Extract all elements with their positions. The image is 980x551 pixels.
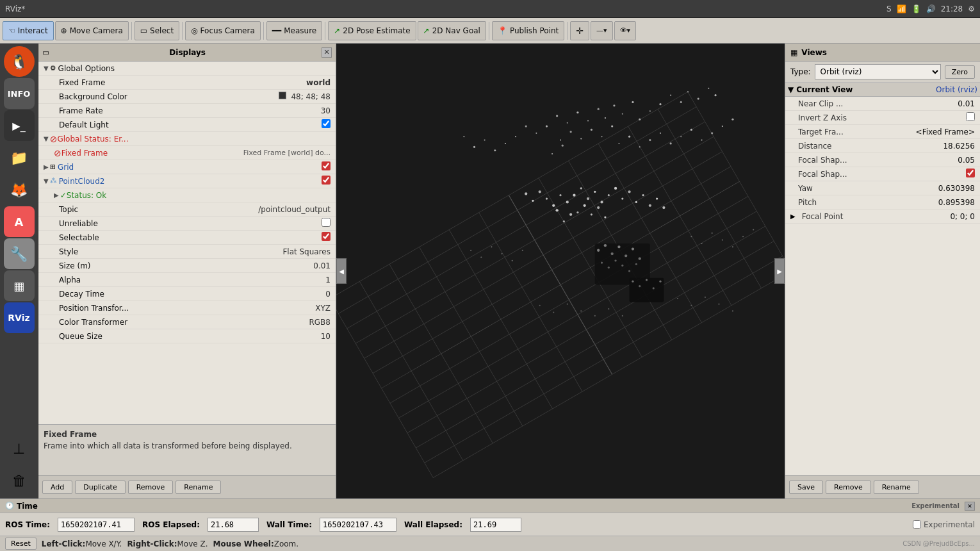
yaw-row[interactable]: Yaw 0.630398 (785, 181, 980, 195)
invert-z-check[interactable] (966, 112, 975, 121)
selectable-row[interactable]: Selectable (38, 231, 336, 245)
svg-point-112 (614, 259, 616, 261)
wall-elapsed-input[interactable] (470, 518, 521, 532)
minus-button[interactable]: —▾ (591, 21, 613, 40)
settings-sidebar-icon[interactable]: 🔧 (4, 238, 35, 269)
left-collapse-button[interactable]: ◀ (336, 258, 347, 284)
time-panel: 🕐 Time Experimental ✕ ROS Time: 16502021… (0, 498, 980, 536)
3d-view[interactable]: ◀ ▶ (336, 44, 785, 498)
duplicate-button[interactable]: Duplicate (75, 481, 125, 494)
global-status-row[interactable]: ▼ ⊘ Global Status: Er... (38, 132, 336, 146)
invert-z-row[interactable]: Invert Z Axis (785, 111, 980, 125)
terminal-sidebar-icon[interactable]: ▶_ (4, 110, 35, 141)
grid-check[interactable] (322, 161, 331, 170)
firefox-sidebar-icon[interactable]: 🦊 (4, 174, 35, 205)
distance-row[interactable]: Distance 18.6256 (785, 139, 980, 153)
global-options-row[interactable]: ▼ ⚙ Global Options (38, 62, 336, 76)
wall-time-input[interactable] (320, 518, 396, 532)
focus-camera-button[interactable]: ◎ Focus Camera (185, 21, 261, 40)
rename-button[interactable]: Rename (176, 481, 221, 494)
settings-icon[interactable]: ⚙ (968, 4, 975, 13)
media-sidebar-icon[interactable]: ▦ (4, 270, 35, 301)
displays-close-button[interactable]: ✕ (322, 47, 332, 58)
svg-point-76 (587, 197, 589, 200)
focal-point-row[interactable]: ▶ Focal Point 0; 0; 0 (785, 210, 980, 224)
target-frame-row[interactable]: Target Fra... <Fixed Frame> (785, 125, 980, 139)
svg-point-108 (632, 247, 634, 250)
view-button[interactable]: 👁▾ (614, 21, 637, 40)
views-remove-button[interactable]: Remove (826, 481, 871, 494)
near-clip-row[interactable]: Near Clip ... 0.01 (785, 97, 980, 111)
default-light-check[interactable] (322, 119, 331, 128)
svg-point-41 (649, 110, 651, 111)
experimental-checkbox[interactable] (913, 520, 921, 529)
appstore-sidebar-icon[interactable]: A (4, 206, 35, 237)
reset-button[interactable]: Reset (5, 538, 37, 550)
right-collapse-button[interactable]: ▶ (774, 258, 785, 284)
focal-shape2-check[interactable] (966, 169, 975, 177)
pointcloud2-row[interactable]: ▼ ⁂ PointCloud2 (38, 174, 336, 188)
frame-rate-row[interactable]: Frame Rate 30 (38, 104, 336, 118)
ros-elapsed-label: ROS Elapsed: (142, 520, 200, 529)
invert-z-checkbox[interactable] (966, 112, 977, 123)
ros-time-input[interactable]: 1650202107.41 (58, 518, 135, 532)
bg-color-row[interactable]: Background Color 48; 48; 48 (38, 90, 336, 104)
selectable-checkbox[interactable] (322, 232, 333, 243)
add-button[interactable]: Add (42, 481, 72, 494)
grid-checkbox[interactable] (322, 161, 333, 172)
nav-goal-button[interactable]: ↗ 2D Nav Goal (418, 21, 486, 40)
views-rename-button[interactable]: Rename (874, 481, 919, 494)
frame-rate-label: Frame Rate (59, 106, 321, 115)
views-type-select[interactable]: Orbit (rviz) (815, 64, 941, 79)
size-row[interactable]: Size (m) 0.01 (38, 259, 336, 273)
views-save-button[interactable]: Save (789, 481, 823, 494)
topic-row[interactable]: Topic /pointcloud_output (38, 202, 336, 217)
pose-estimate-button[interactable]: ↗ 2D Pose Estimate (328, 21, 416, 40)
focal-shape1-row[interactable]: Focal Shap... 0.05 (785, 153, 980, 167)
views-zero-button[interactable]: Zero (945, 65, 975, 79)
status-ok-row[interactable]: ▶ ✓ Status: Ok (38, 188, 336, 202)
topic-label: Topic (59, 205, 258, 214)
pointcloud2-checkbox[interactable] (322, 176, 333, 186)
displays-panel-icon: ▭ (42, 48, 49, 57)
time-panel-close[interactable]: ✕ (965, 502, 975, 511)
unreliable-row[interactable]: Unreliable (38, 217, 336, 231)
info-sidebar-icon[interactable]: INFO (4, 78, 35, 109)
ubuntu-icon[interactable]: 🐧 (4, 46, 35, 77)
focal-point-label: Focal Point (797, 212, 951, 221)
default-light-row[interactable]: Default Light (38, 118, 336, 132)
files-sidebar-icon[interactable]: 📁 (4, 142, 35, 173)
queue-size-row[interactable]: Queue Size 10 (38, 329, 336, 343)
grid-row[interactable]: ▶ ⊞ Grid (38, 160, 336, 174)
fixed-frame-value: world (306, 78, 333, 87)
usb-sidebar-icon[interactable]: ⊥ (4, 433, 35, 464)
pointcloud2-check[interactable] (322, 176, 331, 185)
color-transformer-row[interactable]: Color Transformer RGB8 (38, 315, 336, 329)
select-button[interactable]: ▭ Select (135, 21, 179, 40)
fixed-frame-row[interactable]: Fixed Frame world (38, 76, 336, 90)
position-transformer-row[interactable]: Position Transfor... XYZ (38, 301, 336, 315)
interact-button[interactable]: ☜ Interact (3, 21, 54, 40)
decay-time-row[interactable]: Decay Time 0 (38, 287, 336, 301)
unreliable-check[interactable] (322, 218, 331, 227)
fixed-frame-status-row[interactable]: ⊘ Fixed Frame Fixed Frame [world] do... (38, 146, 336, 160)
alpha-row[interactable]: Alpha 1 (38, 273, 336, 287)
ros-elapsed-input[interactable] (208, 518, 259, 532)
publish-point-button[interactable]: 📍 Publish Point (492, 21, 564, 40)
svg-point-142 (677, 298, 678, 299)
trash-sidebar-icon[interactable]: 🗑 (4, 465, 35, 496)
focal-shape2-checkbox[interactable] (966, 169, 977, 179)
default-light-checkbox[interactable] (322, 119, 333, 130)
measure-button[interactable]: ━━ Measure (266, 21, 322, 40)
svg-point-107 (625, 254, 627, 257)
move-camera-button[interactable]: ⊕ Move Camera (55, 21, 129, 40)
current-view-header[interactable]: ▼ Current View Orbit (rviz) (785, 83, 980, 97)
style-row[interactable]: Style Flat Squares (38, 245, 336, 259)
rviz-sidebar-icon[interactable]: RViz (4, 302, 35, 333)
plus-button[interactable]: ✛ (570, 21, 589, 40)
focal-shape2-row[interactable]: Focal Shap... (785, 167, 980, 181)
remove-button[interactable]: Remove (128, 481, 174, 494)
pitch-row[interactable]: Pitch 0.895398 (785, 195, 980, 210)
selectable-check[interactable] (322, 232, 331, 241)
unreliable-checkbox[interactable] (322, 218, 333, 229)
